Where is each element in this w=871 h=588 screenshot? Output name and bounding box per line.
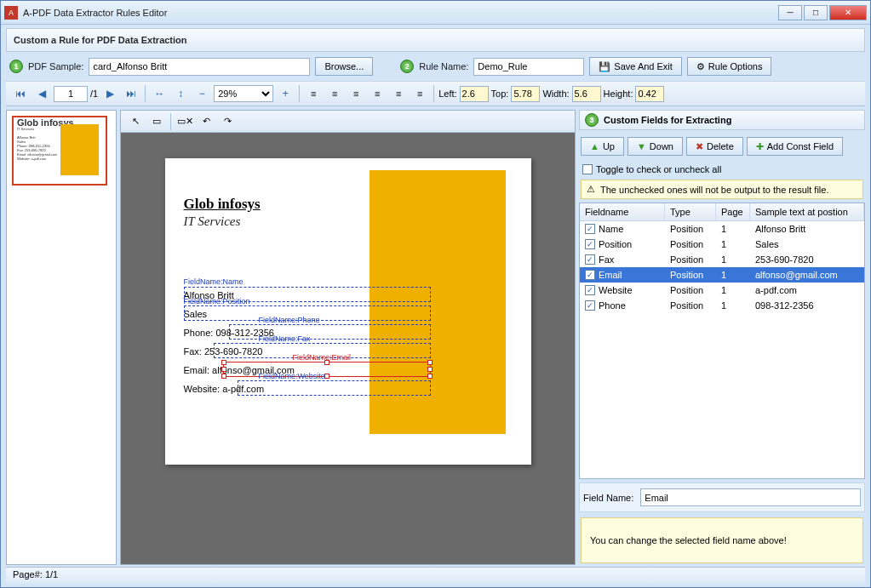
close-button[interactable]: ✕: [829, 5, 867, 20]
toggle-all-label: Toggle to check or uncheck all: [596, 164, 721, 174]
fieldlabel-position: FieldName:Position: [184, 297, 250, 305]
row-checkbox[interactable]: ✓: [585, 224, 595, 234]
table-row[interactable]: ✓NamePosition1Alfonso Britt: [580, 221, 864, 237]
zoom-in-button[interactable]: +: [276, 84, 295, 103]
first-page-button[interactable]: ⏮: [11, 84, 30, 103]
card-company: Glob infosys: [184, 196, 261, 213]
fieldlabel-name: FieldName:Name: [184, 277, 244, 286]
row-checkbox[interactable]: ✓: [585, 239, 595, 249]
page-thumbnail[interactable]: Glob infosysIT ServicesAlfonso BrittSale…: [12, 116, 107, 186]
grid-header-page[interactable]: Page: [716, 203, 750, 220]
height-label: Height:: [604, 88, 633, 99]
canvas-toolbar: ↖ ▭ ▭✕ ↶ ↷: [121, 111, 575, 133]
statusbar: Page#: 1/1: [6, 567, 865, 584]
app-icon: A: [4, 6, 18, 20]
warning-icon: ⚠: [587, 184, 595, 195]
card-tagline: IT Services: [184, 214, 241, 229]
pdf-sample-input[interactable]: [89, 58, 310, 76]
fieldlabel-fax: FieldName:Fax: [259, 334, 311, 343]
page-total-label: /1: [90, 88, 98, 99]
table-row[interactable]: ✓PhonePosition1098-312-2356: [580, 298, 864, 313]
fields-grid: Fieldname Type Page Sample text at posti…: [579, 203, 865, 479]
table-row[interactable]: ✓EmailPosition1alfonso@gmail.com: [580, 267, 864, 283]
last-page-button[interactable]: ⏭: [122, 84, 140, 103]
down-button[interactable]: ▼Down: [627, 137, 683, 156]
redo-button[interactable]: ↷: [218, 112, 237, 131]
arrow-up-icon: ▲: [590, 141, 599, 151]
titlebar: A A-PDF Data Extractor Rules Editor ─ □ …: [1, 1, 870, 25]
side-panel-header: 3 Custom Fields for Extracting: [579, 110, 865, 130]
align-middle-button[interactable]: ≡: [389, 84, 408, 103]
step2-badge: 2: [400, 60, 414, 73]
width-input[interactable]: [572, 86, 601, 102]
fit-height-button[interactable]: ↕: [171, 84, 190, 103]
height-input[interactable]: [635, 86, 664, 102]
align-bottom-button[interactable]: ≡: [410, 84, 429, 103]
delete-icon: ✖: [696, 141, 703, 152]
row-checkbox[interactable]: ✓: [585, 254, 595, 265]
step1-badge: 1: [9, 60, 23, 73]
pdf-page: Glob infosys IT Services Alfonso Britt S…: [165, 158, 531, 465]
save-exit-button[interactable]: 💾Save And Exit: [589, 57, 682, 76]
hint-box: You can change the selected field name a…: [581, 517, 863, 563]
align-right-button[interactable]: ≡: [347, 84, 365, 103]
delete-button[interactable]: ✖Delete: [686, 137, 743, 156]
next-page-button[interactable]: ▶: [100, 84, 119, 103]
toolbar: ⏮ ◀ /1 ▶ ⏭ ↔ ↕ − 29% + ≡ ≡ ≡ ≡ ≡ ≡ Left:…: [6, 81, 865, 106]
fit-width-button[interactable]: ↔: [150, 84, 169, 103]
left-label: Left:: [438, 88, 456, 99]
pdf-sample-label: PDF Sample:: [28, 61, 83, 71]
minimize-button[interactable]: ─: [778, 5, 802, 20]
window-title: A-PDF Data Extractor Rules Editor: [23, 8, 778, 18]
grid-header-sample[interactable]: Sample text at postion: [750, 203, 864, 220]
rule-name-label: Rule Name:: [419, 61, 468, 71]
align-top-button[interactable]: ≡: [368, 84, 387, 103]
fieldbox-website[interactable]: [238, 380, 431, 396]
arrow-down-icon: ▼: [637, 141, 646, 151]
width-label: Width:: [542, 88, 569, 99]
page-number-input[interactable]: [54, 86, 88, 102]
grid-header-fieldname[interactable]: Fieldname: [580, 203, 665, 220]
undo-button[interactable]: ↶: [197, 112, 215, 131]
table-row[interactable]: ✓FaxPosition1253-690-7820: [580, 252, 864, 267]
top-input[interactable]: [511, 86, 540, 102]
canvas-viewport[interactable]: Glob infosys IT Services Alfonso Britt S…: [121, 133, 575, 564]
fieldname-label: Field Name:: [583, 493, 633, 503]
toggle-all-checkbox[interactable]: [582, 164, 593, 174]
align-center-button[interactable]: ≡: [325, 84, 344, 103]
table-row[interactable]: ✓PositionPosition1Sales: [580, 237, 864, 252]
zoom-out-button[interactable]: −: [192, 84, 211, 103]
up-button[interactable]: ▲Up: [581, 137, 624, 156]
delete-field-tool[interactable]: ▭✕: [175, 112, 194, 131]
thumbnail-panel: Glob infosysIT ServicesAlfonso BrittSale…: [6, 110, 117, 565]
zoom-select[interactable]: 29%: [214, 85, 273, 102]
step3-badge: 3: [585, 113, 599, 127]
browse-button[interactable]: Browse...: [315, 57, 373, 76]
row-checkbox[interactable]: ✓: [585, 270, 595, 280]
rule-options-button[interactable]: ⚙Rule Options: [687, 57, 772, 76]
fieldlabel-phone: FieldName:Phone: [259, 316, 320, 324]
table-row[interactable]: ✓WebsitePosition1a-pdf.com: [580, 283, 864, 298]
maximize-button[interactable]: □: [804, 5, 828, 20]
top-label: Top:: [491, 88, 509, 99]
row-checkbox[interactable]: ✓: [585, 285, 595, 295]
fieldlabel-website: FieldName:Website: [259, 372, 325, 380]
grid-header-type[interactable]: Type: [665, 203, 716, 220]
left-input[interactable]: [460, 86, 489, 102]
plus-icon: ✚: [756, 141, 764, 152]
rule-name-input[interactable]: [473, 58, 584, 76]
fieldbox-email[interactable]: [223, 362, 431, 377]
add-field-tool[interactable]: ▭: [147, 112, 166, 131]
pointer-tool[interactable]: ↖: [126, 112, 145, 131]
fieldname-input[interactable]: [640, 488, 861, 506]
info-strip: ⚠ The unchecked ones will not be output …: [581, 180, 863, 199]
gear-icon: ⚙: [696, 61, 705, 72]
align-left-button[interactable]: ≡: [304, 84, 323, 103]
prev-page-button[interactable]: ◀: [32, 84, 51, 103]
row-checkbox[interactable]: ✓: [585, 300, 595, 311]
save-icon: 💾: [599, 61, 610, 72]
add-const-button[interactable]: ✚Add Const Field: [747, 137, 843, 156]
fieldlabel-email: FieldName:Email: [293, 353, 352, 362]
banner: Custom a Rule for PDF Data Extraction: [6, 28, 865, 52]
